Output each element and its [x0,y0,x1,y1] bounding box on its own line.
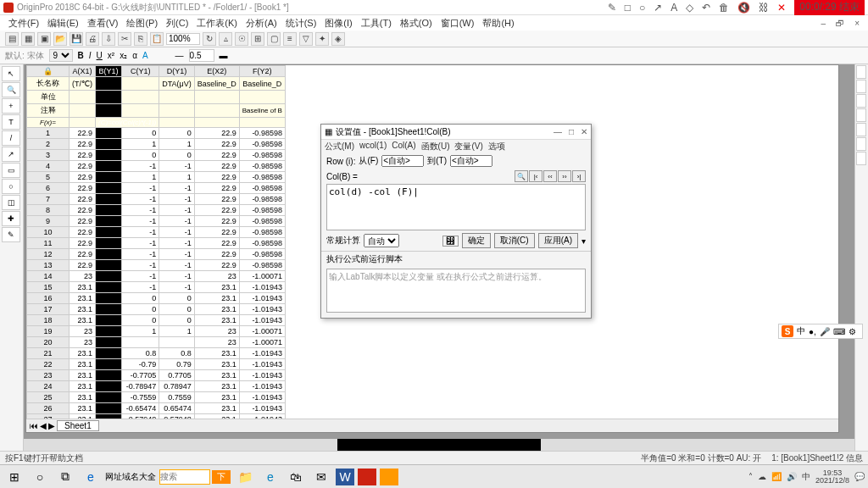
nav-next-icon[interactable]: ›› [558,170,571,182]
font-color-icon[interactable]: A [142,51,148,60]
menu-help[interactable]: 帮助(H) [479,16,517,30]
table-row[interactable]: 2123.10.80.823.1-1.01943 [27,348,286,359]
store-icon[interactable]: 🛍 [285,468,307,486]
tray-chevron-icon[interactable]: ˄ [748,472,753,481]
tray-lang-icon[interactable]: 中 [802,471,810,483]
title-icon[interactable]: 🗑 [719,2,729,14]
side-tool-icon[interactable] [856,137,866,151]
tray-wifi-icon[interactable]: 📶 [771,472,782,481]
table-row[interactable]: 1222.9-1-122.9-0.98598 [27,249,286,260]
tray-clock[interactable]: 19:53 2021/12/8 [815,469,849,485]
taskbar-search-button[interactable]: 下 [212,470,231,484]
open-icon[interactable]: 📂 [53,32,67,46]
app-icon[interactable] [380,469,398,485]
table-row[interactable]: 1322.9-1-122.9-0.98598 [27,260,286,271]
tool-icon[interactable]: ☉ [235,32,248,46]
title-icon[interactable]: A [670,2,677,14]
menu-image[interactable]: 图像(I) [321,16,355,30]
edge-icon[interactable]: e [259,468,281,486]
table-row[interactable]: 422.9-1-122.9-0.98598 [27,161,286,172]
ok-button[interactable]: 确定 [462,233,491,248]
table-row[interactable]: 522.91122.9-0.98598 [27,172,286,183]
col-header-e[interactable]: E(X2) [194,66,239,77]
ime-toolbar[interactable]: S 中 ●, 🎤 ⌨ ⚙ [778,324,863,339]
copy-icon[interactable]: ⎘ [134,32,147,46]
side-tool-icon[interactable] [856,80,866,93]
table-row[interactable]: 2523.1-0.75590.755923.1-1.01943 [27,392,286,403]
dlg-menu-options[interactable]: 选项 [488,141,505,152]
table-row[interactable]: 2223.1-0.790.7923.1-1.01943 [27,359,286,370]
table-row[interactable]: 822.9-1-122.9-0.98598 [27,205,286,216]
cancel-button[interactable]: 取消(C) [494,233,535,248]
tool-icon[interactable]: ◈ [331,32,345,46]
print-icon[interactable]: 🖨 [86,32,99,46]
table-row[interactable]: 122.90022.9-0.98598 [27,128,286,139]
menu-window[interactable]: 窗口(W) [437,16,478,30]
menu-plot[interactable]: 绘图(P) [123,16,161,30]
expand-icon[interactable]: ⴫ [442,236,459,247]
table-row[interactable]: 322.90022.9-0.98598 [27,150,286,161]
to-input[interactable] [450,155,492,167]
ime-punct-icon[interactable]: ●, [809,327,816,336]
nav-first-icon[interactable]: |‹ [529,170,542,182]
arrow-tool-icon[interactable]: ↗ [2,147,20,162]
word-icon[interactable]: W [336,469,354,485]
mdi-close-icon[interactable]: × [851,18,863,29]
line-width-input[interactable] [189,49,214,62]
menu-column[interactable]: 列(C) [163,16,192,30]
title-icon[interactable]: ⛓ [759,2,769,14]
menu-tools[interactable]: 工具(T) [358,16,395,30]
tab-nav-first-icon[interactable]: ⏮ [30,421,38,430]
col-header-f[interactable]: F(Y2) [239,66,285,77]
dialog-close-icon[interactable]: ✕ [581,127,587,136]
ime-keyboard-icon[interactable]: ⌨ [833,327,845,336]
recalc-mode-select[interactable]: 自动 [364,234,399,247]
title-icon[interactable]: ↶ [702,2,710,14]
dropdown-icon[interactable]: ▾ [581,236,586,246]
dlg-menu-formula[interactable]: 公式(M) [325,141,354,152]
search-icon[interactable]: 🔍 [515,170,528,182]
table-row[interactable]: 1723.10023.1-1.01943 [27,304,286,315]
from-input[interactable] [381,155,424,167]
horizontal-scrollbar[interactable] [24,439,854,451]
record-stop-button[interactable]: 00:0/:29 结束 [794,0,865,15]
title-icon[interactable]: ↗ [654,2,662,14]
menu-edit[interactable]: 编辑(E) [44,16,82,30]
underline-icon[interactable]: U [97,51,103,60]
region-tool-icon[interactable]: ◫ [2,195,20,210]
formula-textarea[interactable]: col(d) -col (F)| [326,184,586,230]
import-icon[interactable]: ⇩ [102,32,115,46]
table-row[interactable]: 2323.1-0.77050.770523.1-1.01943 [27,370,286,381]
title-icon[interactable]: ○ [639,2,645,14]
col-header-c[interactable]: C(Y1) [122,66,159,77]
dlg-menu-wcol[interactable]: wcol(1) [359,141,387,152]
folder-icon[interactable]: 📁 [234,468,256,486]
menu-worksheet[interactable]: 工作表(K) [193,16,241,30]
start-button[interactable]: ⊞ [3,468,25,486]
tab-nav-prev-icon[interactable]: ◀ [40,421,47,430]
table-row[interactable]: 1823.10023.1-1.01943 [27,315,286,326]
refresh-icon[interactable]: ↻ [203,32,216,46]
greek-icon[interactable]: α [132,51,137,60]
rect-tool-icon[interactable]: ▭ [2,163,20,178]
menu-format[interactable]: 格式(O) [397,16,436,30]
side-tool-icon[interactable] [856,94,866,108]
sogou-icon[interactable]: S [782,325,793,337]
title-icon[interactable]: ◇ [686,2,693,14]
zoom-tool-icon[interactable]: 🔍 [2,82,20,97]
zoom-input[interactable] [166,33,200,45]
origin-task-icon[interactable] [358,469,376,485]
tool-icon[interactable]: ⊞ [251,32,264,46]
title-icon[interactable]: ✎ [608,2,616,14]
ie-icon[interactable]: e [80,468,102,486]
save-icon[interactable]: 💾 [70,32,83,46]
ime-settings-icon[interactable]: ⚙ [849,327,856,336]
sheet-tab[interactable]: Sheet1 [57,420,99,431]
cut-icon[interactable]: ✂ [118,32,131,46]
side-tool-icon[interactable] [856,108,866,122]
mdi-restore-icon[interactable]: 🗗 [832,18,848,29]
close-icon[interactable]: ✕ [777,2,786,14]
tool-icon[interactable]: ▵ [219,32,232,46]
ie-caption[interactable]: 网址域名大全 [105,471,156,483]
script-textarea[interactable]: 输入LabTalk脚本以定义变量 或在执行公式之前进行运算。 [326,269,586,313]
